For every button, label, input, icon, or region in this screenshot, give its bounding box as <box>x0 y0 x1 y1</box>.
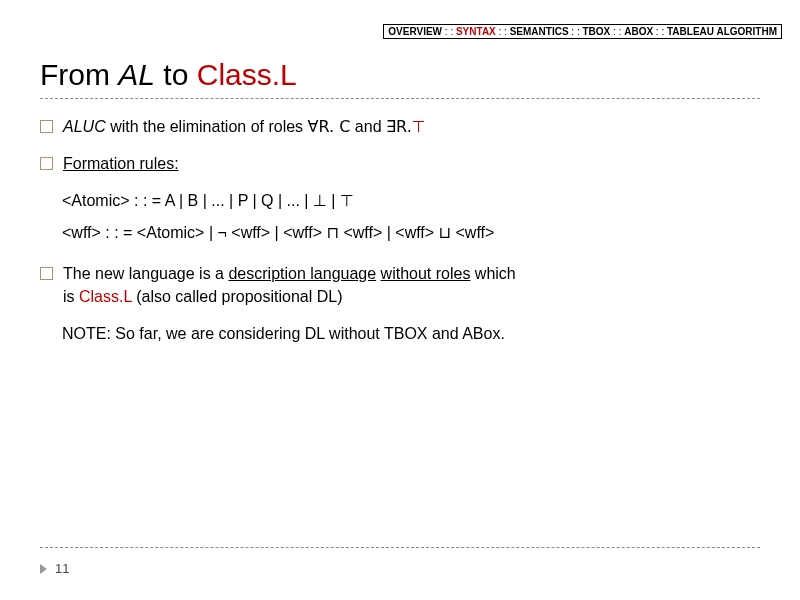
forall-role: ∀R. C <box>308 117 351 136</box>
bullet-marker-icon <box>40 157 53 170</box>
b3-line1e: which <box>470 265 515 282</box>
breadcrumb: OVERVIEW : : SYNTAX : : SEMANTICS : : TB… <box>383 24 782 39</box>
bot-symbol: ⊥ <box>313 191 327 210</box>
b3-line2c: (also called propositional DL) <box>132 288 343 305</box>
bullet-1-content: ALUC with the elimination of roles ∀R. C… <box>63 115 760 138</box>
wff-rhs2: <wff> | <wff> <box>339 224 439 241</box>
bullet-marker-icon <box>40 267 53 280</box>
atomic-rhs: A | B | ... | P | Q | ... | <box>165 192 313 209</box>
title-prefix: From <box>40 58 118 91</box>
sqcap-symbol: ⊓ <box>326 223 338 242</box>
b3-without-roles: without roles <box>381 265 471 282</box>
b3-classl: Class.L <box>79 288 132 305</box>
breadcrumb-separator: : : <box>569 26 583 37</box>
bar-top: | <box>327 192 340 209</box>
atomic-lhs: <Atomic> : : = <box>62 192 165 209</box>
bullet-3-content: The new language is a description langua… <box>63 262 760 308</box>
breadcrumb-item: TABLEAU ALGORITHM <box>667 26 777 37</box>
page-number-wrap: 11 <box>40 561 69 576</box>
breadcrumb-item: OVERVIEW <box>388 26 442 37</box>
breadcrumb-separator: : : <box>653 26 667 37</box>
breadcrumb-item: ABOX <box>624 26 653 37</box>
title-al: AL <box>118 58 155 91</box>
top-symbol: ⊤ <box>412 117 426 136</box>
bullet-2: Formation rules: <box>40 152 760 175</box>
bottom-divider <box>40 547 760 548</box>
grammar-block: <Atomic> : : = A | B | ... | P | Q | ...… <box>62 189 760 243</box>
bullet-2-content: Formation rules: <box>63 152 760 175</box>
title-mid: to <box>155 58 197 91</box>
bullet-marker-icon <box>40 120 53 133</box>
breadcrumb-item: SEMANTICS <box>510 26 569 37</box>
page-number: 11 <box>55 561 69 576</box>
top-symbol-grammar: ⊤ <box>340 191 354 210</box>
b3-line2a: is <box>63 288 79 305</box>
grammar-atomic: <Atomic> : : = A | B | ... | P | Q | ...… <box>62 189 760 212</box>
slide-body: ALUC with the elimination of roles ∀R. C… <box>40 115 760 345</box>
b3-desc-lang: description language <box>228 265 376 282</box>
exists-role: ∃R. <box>386 117 412 136</box>
bullet-1: ALUC with the elimination of roles ∀R. C… <box>40 115 760 138</box>
breadcrumb-item: TBOX <box>583 26 611 37</box>
breadcrumb-separator: : : <box>496 26 510 37</box>
breadcrumb-separator: : : <box>610 26 624 37</box>
note-text: NOTE: So far, we are considering DL with… <box>62 325 505 342</box>
sqcup-symbol: ⊔ <box>439 223 451 242</box>
note-line: NOTE: So far, we are considering DL with… <box>62 322 760 345</box>
wff-lhs: <wff> : : = <box>62 224 137 241</box>
grammar-wff: <wff> : : = <Atomic> | ¬ <wff> | <wff> ⊓… <box>62 221 760 244</box>
slide-title: From AL to Class.L <box>40 58 760 99</box>
title-classl: Class.L <box>197 58 297 91</box>
wff-rhs3: <wff> <box>451 224 494 241</box>
breadcrumb-item: SYNTAX <box>456 26 496 37</box>
b1-and: and <box>350 118 386 135</box>
wff-rhs1: <Atomic> | ¬ <wff> | <wff> <box>137 224 327 241</box>
formation-rules-label: Formation rules: <box>63 155 179 172</box>
b1-text1: with the elimination of roles <box>106 118 308 135</box>
bullet-3: The new language is a description langua… <box>40 262 760 308</box>
page-arrow-icon <box>40 564 47 574</box>
aluc-term: ALUC <box>63 118 106 135</box>
b3-line1a: The new language is a <box>63 265 228 282</box>
breadcrumb-separator: : : <box>442 26 456 37</box>
